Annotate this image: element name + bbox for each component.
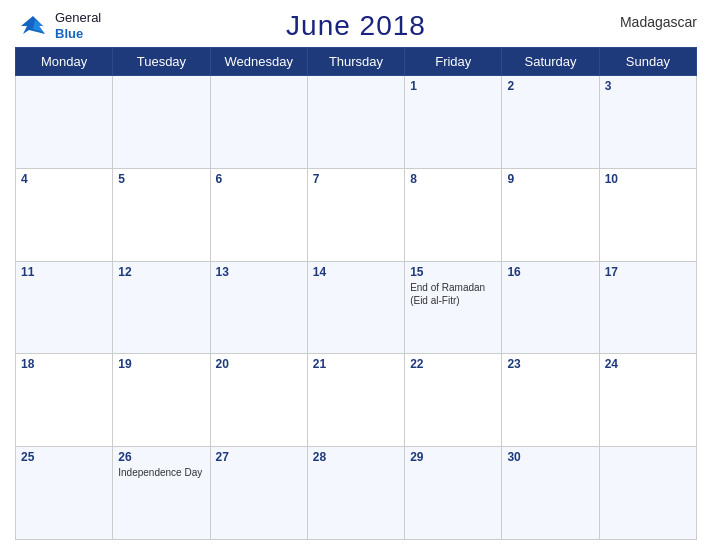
week-row-3: 1112131415End of Ramadan (Eid al-Fitr)16… — [16, 261, 697, 354]
day-number: 27 — [216, 450, 302, 464]
day-number: 16 — [507, 265, 593, 279]
calendar-cell: 12 — [113, 261, 210, 354]
calendar-cell: 21 — [307, 354, 404, 447]
day-number: 29 — [410, 450, 496, 464]
calendar-cell — [16, 76, 113, 169]
day-number: 22 — [410, 357, 496, 371]
day-number: 15 — [410, 265, 496, 279]
logo-text: General Blue — [55, 10, 101, 41]
calendar-cell: 9 — [502, 168, 599, 261]
day-number: 8 — [410, 172, 496, 186]
calendar-cell: 7 — [307, 168, 404, 261]
weekday-header-thursday: Thursday — [307, 48, 404, 76]
day-number: 13 — [216, 265, 302, 279]
weekday-header-tuesday: Tuesday — [113, 48, 210, 76]
day-number: 11 — [21, 265, 107, 279]
region-label: Madagascar — [620, 14, 697, 30]
day-number: 12 — [118, 265, 204, 279]
event-text: End of Ramadan (Eid al-Fitr) — [410, 281, 496, 307]
month-title: June 2018 — [286, 10, 426, 42]
calendar-cell: 10 — [599, 168, 696, 261]
calendar-cell: 5 — [113, 168, 210, 261]
day-number: 19 — [118, 357, 204, 371]
calendar-cell: 28 — [307, 447, 404, 540]
calendar-cell — [113, 76, 210, 169]
calendar-cell: 25 — [16, 447, 113, 540]
calendar-cell: 23 — [502, 354, 599, 447]
weekday-header-friday: Friday — [405, 48, 502, 76]
day-number: 23 — [507, 357, 593, 371]
weekday-header-wednesday: Wednesday — [210, 48, 307, 76]
week-row-5: 2526Independence Day27282930 — [16, 447, 697, 540]
calendar-cell: 6 — [210, 168, 307, 261]
calendar-cell: 16 — [502, 261, 599, 354]
calendar-cell: 8 — [405, 168, 502, 261]
calendar-cell: 11 — [16, 261, 113, 354]
weekday-header-monday: Monday — [16, 48, 113, 76]
week-row-4: 18192021222324 — [16, 354, 697, 447]
calendar-cell: 27 — [210, 447, 307, 540]
calendar-cell: 19 — [113, 354, 210, 447]
calendar-cell — [599, 447, 696, 540]
day-number: 20 — [216, 357, 302, 371]
calendar-cell: 18 — [16, 354, 113, 447]
day-number: 21 — [313, 357, 399, 371]
calendar-cell: 3 — [599, 76, 696, 169]
event-text: Independence Day — [118, 466, 204, 479]
day-number: 18 — [21, 357, 107, 371]
day-number: 1 — [410, 79, 496, 93]
day-number: 9 — [507, 172, 593, 186]
day-number: 25 — [21, 450, 107, 464]
day-number: 14 — [313, 265, 399, 279]
header: General Blue June 2018 Madagascar — [15, 10, 697, 41]
week-row-1: 123 — [16, 76, 697, 169]
calendar-cell: 15End of Ramadan (Eid al-Fitr) — [405, 261, 502, 354]
day-number: 7 — [313, 172, 399, 186]
calendar-cell: 22 — [405, 354, 502, 447]
calendar-cell: 20 — [210, 354, 307, 447]
calendar-cell: 26Independence Day — [113, 447, 210, 540]
calendar-cell: 13 — [210, 261, 307, 354]
day-number: 4 — [21, 172, 107, 186]
calendar-cell — [210, 76, 307, 169]
calendar-cell: 2 — [502, 76, 599, 169]
logo: General Blue — [15, 10, 101, 41]
calendar-cell: 30 — [502, 447, 599, 540]
day-number: 10 — [605, 172, 691, 186]
day-number: 28 — [313, 450, 399, 464]
weekday-header-sunday: Sunday — [599, 48, 696, 76]
day-number: 17 — [605, 265, 691, 279]
day-number: 5 — [118, 172, 204, 186]
day-number: 6 — [216, 172, 302, 186]
calendar-cell: 4 — [16, 168, 113, 261]
logo-bird-icon — [15, 12, 51, 40]
calendar-cell: 29 — [405, 447, 502, 540]
calendar-cell: 17 — [599, 261, 696, 354]
day-number: 24 — [605, 357, 691, 371]
day-number: 3 — [605, 79, 691, 93]
calendar-cell — [307, 76, 404, 169]
week-row-2: 45678910 — [16, 168, 697, 261]
day-number: 2 — [507, 79, 593, 93]
day-number: 30 — [507, 450, 593, 464]
calendar-cell: 1 — [405, 76, 502, 169]
calendar-cell: 24 — [599, 354, 696, 447]
calendar-table: MondayTuesdayWednesdayThursdayFridaySatu… — [15, 47, 697, 540]
calendar-cell: 14 — [307, 261, 404, 354]
day-number: 26 — [118, 450, 204, 464]
weekday-header-saturday: Saturday — [502, 48, 599, 76]
weekday-header-row: MondayTuesdayWednesdayThursdayFridaySatu… — [16, 48, 697, 76]
